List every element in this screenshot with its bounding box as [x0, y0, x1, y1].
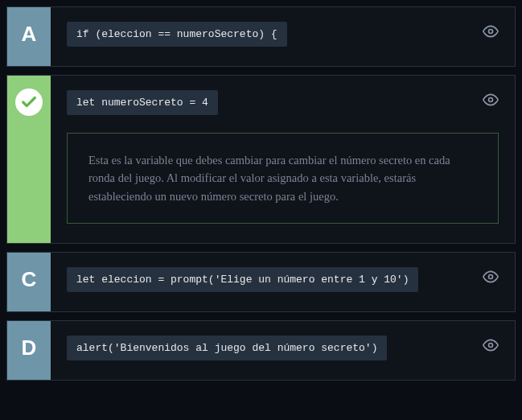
eye-icon[interactable] [483, 269, 499, 288]
option-body: let eleccion = prompt('Elige un número e… [51, 253, 515, 311]
option-letter-d: D [7, 321, 51, 380]
option-letter-b [7, 76, 51, 243]
option-letter-a: A [7, 7, 51, 66]
option-c[interactable]: C let eleccion = prompt('Elige un número… [6, 252, 516, 312]
option-body: alert('Bienvenidos al juego del número s… [51, 321, 515, 380]
letter-label: D [22, 336, 37, 360]
option-d[interactable]: D alert('Bienvenidos al juego del número… [6, 320, 516, 381]
code-snippet: let eleccion = prompt('Elige un número e… [67, 267, 418, 292]
eye-icon[interactable] [483, 337, 499, 356]
option-body: let numeroSecreto = 4 Esta es la variabl… [51, 76, 515, 243]
checkmark-icon [15, 89, 43, 116]
option-letter-c: C [7, 253, 51, 311]
eye-icon[interactable] [483, 23, 499, 43]
code-snippet: alert('Bienvenidos al juego del número s… [67, 336, 387, 360]
option-b[interactable]: let numeroSecreto = 4 Esta es la variabl… [6, 75, 516, 244]
option-body: if (eleccion == numeroSecreto) { [51, 7, 515, 66]
code-snippet: if (eleccion == numeroSecreto) { [67, 22, 287, 47]
svg-point-0 [489, 30, 493, 34]
letter-label: A [22, 22, 37, 47]
svg-point-2 [489, 275, 493, 279]
code-snippet: let numeroSecreto = 4 [67, 90, 218, 115]
svg-point-1 [489, 98, 493, 102]
option-a[interactable]: A if (eleccion == numeroSecreto) { [6, 6, 516, 67]
explanation-text: Esta es la variable que debes cambiar pa… [88, 154, 450, 203]
letter-label: C [22, 267, 37, 292]
explanation-box: Esta es la variable que debes cambiar pa… [67, 133, 499, 224]
eye-icon[interactable] [483, 92, 499, 111]
svg-point-3 [489, 344, 493, 348]
